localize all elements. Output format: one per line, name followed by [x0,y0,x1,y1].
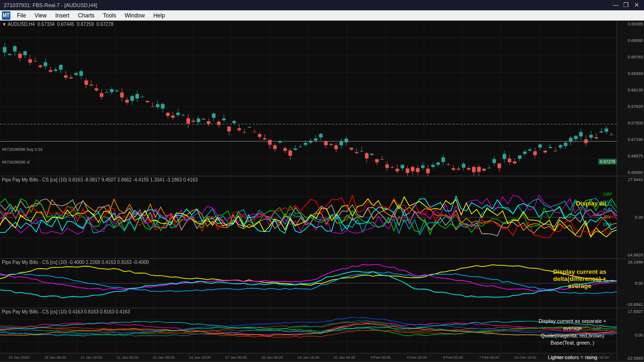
time-4: 21 Jan 00:00 [109,355,146,360]
price-level-5: 0.68135 [618,88,643,92]
time-5: 22 Jan 08:00 [146,355,182,360]
price-level-3: 0.68765 [618,55,643,59]
cs1-price-axis: 17.9441 0.00 -14.9820 [617,176,644,258]
chf-label: CHF [603,221,615,228]
time-7: 27 Jan 00:00 [218,355,254,360]
cs3-price-axis: 17.8307 0.00 -12.5983 [617,308,644,362]
cs2-price-mid: 0.00 [618,281,643,286]
minimize-button[interactable]: — [612,1,619,8]
menu-charts[interactable]: Charts [74,11,98,20]
time-15: 10 Feb 16:00 [507,355,544,360]
menu-tools[interactable]: Tools [99,11,120,20]
menu-insert[interactable]: Insert [51,11,73,20]
price-level-2: 0.69080 [618,38,643,43]
time-16: 12 Feb 00:00 [544,355,580,360]
menu-view[interactable]: View [31,11,50,20]
price-level-6: 0.67820 [618,104,643,109]
menu-window[interactable]: Window [121,11,149,20]
eur-label: EUR [603,228,615,236]
time-3: 17 Jan 16:00 [73,355,109,360]
menu-file[interactable]: File [13,11,30,20]
time-9: 29 Jan 16:00 [290,355,327,360]
chart-area: ▼ AUDUSD,H4 0.67334 0.67445 0.67259 0.67… [0,21,644,362]
time-8: 28 Jan 08:00 [254,355,290,360]
cs3-chart-canvas[interactable] [0,308,617,353]
cs2-chart-canvas[interactable] [0,259,617,308]
cs1-chart-canvas[interactable] [0,176,617,258]
time-1: 15 Jan 2020 [1,355,37,360]
close-button[interactable]: ✕ [633,1,640,8]
titlebar: 271037931: FBS-Real-7 - [AUDUSD,H4] — ❐ … [0,0,644,10]
time-2: 16 Jan 08:00 [37,355,74,360]
cs3-price-bot: -12.5983 [618,356,643,361]
price-level-7: 0.67505 [618,121,643,125]
cs2-price-bot: -18.6841 [618,302,643,307]
time-13: 6 Feb 00:00 [435,355,471,360]
price-level-10: 0.66560 [618,170,643,175]
price-level-1: 0.69395 [618,22,643,26]
cs1-price-mid: 0.00 [618,215,643,220]
gbp-label: GBP [603,190,615,198]
cs2-price-top: 18.1998 [618,260,643,264]
current-price-badge: 0.67278 [598,159,617,165]
time-17: 13 Feb 08:00 [579,355,616,360]
time-6: 23 Jan 16:00 [182,355,218,360]
cs3-price-mid: 0.00 [618,333,643,337]
main-chart-panel[interactable]: ▼ AUDUSD,H4 0.67334 0.67445 0.67259 0.67… [0,21,644,176]
currency-labels: GBP CAD ◦ AUD JPY CHF EUR [603,190,615,236]
jpy-label: JPY [603,213,615,221]
cad-label: CAD ◦ [603,198,615,206]
maximize-button[interactable]: ❐ [622,1,630,8]
main-chart-canvas[interactable] [0,21,617,176]
menubar: MT File View Insert Charts Tools Window … [0,10,644,21]
menu-help[interactable]: Help [149,11,169,20]
cs3-price-top: 17.8307 [618,309,643,314]
window-title: 271037931: FBS-Real-7 - [AUDUSD,H4] [4,2,97,8]
time-axis: 15 Jan 2020 16 Jan 08:00 17 Jan 16:00 21… [0,353,617,362]
time-11: 3 Feb 08:00 [363,355,399,360]
cs1-chart-panel[interactable]: Pips Pay My Bills - CS [cs] (10) 0.8163 … [0,176,644,259]
cs1-price-bot: -14.9820 [618,253,643,257]
time-14: 7 Feb 08:00 [471,355,507,360]
main-price-axis: 0.69395 0.69080 0.68765 0.68450 0.68135 … [617,21,644,176]
time-12: 4 Feb 16:00 [399,355,435,360]
price-level-9: 0.66875 [618,154,643,158]
cs3-chart-panel[interactable]: Pips Pay My Bills - CS [cs] (10) 0.4163 … [0,308,644,362]
window-controls[interactable]: — ❐ ✕ [612,1,640,8]
aud-label: AUD [603,206,615,213]
cs2-chart-panel[interactable]: Pips Pay My Bills - CS [cs] (10) -0.4000… [0,259,644,308]
price-level-8: 0.67190 [618,137,643,142]
sl-order-label: #672638596 sl [2,160,30,165]
buy-order-label: #672638596 buy 0.01 [2,147,43,152]
time-10: 31 Jan 00:00 [326,355,363,360]
cs2-price-axis: 18.1998 0.00 -18.6841 [617,259,644,308]
app-logo: MT [2,11,10,20]
cs1-price-top: 17.9441 [618,177,643,182]
price-level-4: 0.68450 [618,71,643,76]
